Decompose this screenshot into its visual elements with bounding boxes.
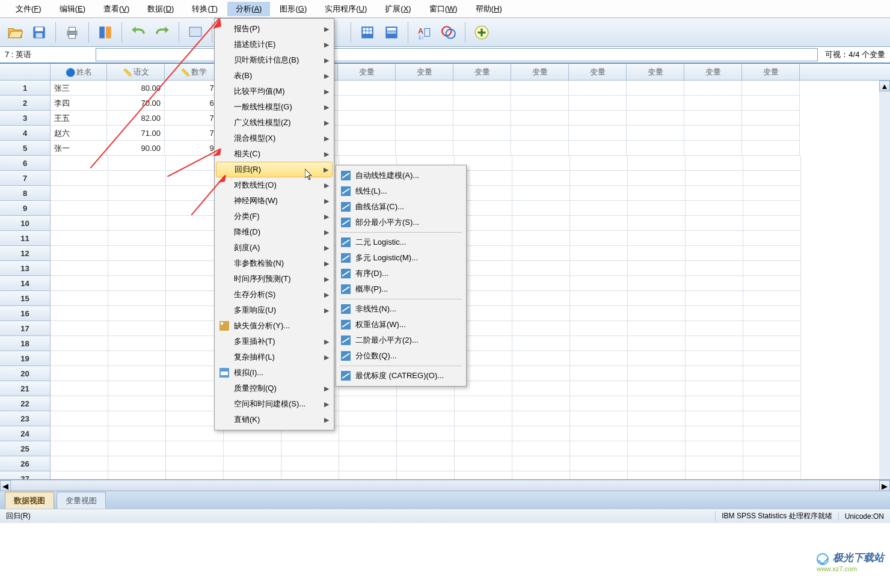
cell[interactable]	[397, 396, 455, 411]
cell[interactable]	[627, 111, 684, 126]
table-row[interactable]: 25	[0, 441, 890, 456]
row-header[interactable]: 23	[0, 411, 51, 426]
cell[interactable]	[743, 381, 801, 396]
cell[interactable]	[51, 396, 108, 411]
cell[interactable]	[512, 456, 570, 471]
cell[interactable]	[684, 81, 742, 96]
cell[interactable]	[570, 471, 628, 480]
cell[interactable]	[51, 336, 108, 351]
cell[interactable]	[455, 456, 512, 471]
cell[interactable]	[51, 366, 108, 381]
cell[interactable]	[628, 201, 686, 216]
menu-item[interactable]: 对数线性(O)▶	[216, 177, 333, 193]
cell[interactable]	[686, 246, 743, 261]
menu-item[interactable]: 二元 Logistic...	[337, 234, 465, 250]
cell[interactable]	[338, 141, 396, 156]
cell[interactable]: 王五	[51, 111, 107, 126]
cell[interactable]	[743, 366, 801, 381]
cell[interactable]	[628, 231, 686, 246]
cell[interactable]	[512, 306, 570, 321]
cell[interactable]	[51, 411, 108, 426]
cell[interactable]	[628, 456, 686, 471]
cell[interactable]	[339, 426, 397, 441]
cell[interactable]	[686, 396, 743, 411]
cell[interactable]	[108, 156, 166, 171]
cell[interactable]	[51, 306, 108, 321]
cell[interactable]	[742, 81, 800, 96]
tab-variable-view[interactable]: 变量视图	[57, 492, 106, 509]
menu-item[interactable]: 二阶最小平方(2)...	[337, 332, 465, 348]
scroll-right-icon[interactable]: ▶	[879, 480, 890, 491]
cell[interactable]	[108, 306, 166, 321]
row-header[interactable]: 8	[0, 186, 51, 201]
cell[interactable]	[396, 141, 453, 156]
cell[interactable]	[51, 246, 108, 261]
cell[interactable]	[569, 141, 627, 156]
row-header[interactable]: 4	[0, 126, 51, 141]
cell[interactable]	[397, 471, 455, 480]
cell[interactable]	[684, 141, 742, 156]
cell[interactable]	[108, 171, 166, 186]
cell[interactable]	[453, 81, 511, 96]
cell[interactable]	[108, 396, 166, 411]
menu-item[interactable]: 贝叶斯统计信息(B)▶	[216, 52, 333, 68]
menu-item[interactable]: 直销(K)▶	[216, 412, 333, 427]
cell[interactable]	[512, 321, 570, 336]
recall-button[interactable]	[95, 22, 115, 43]
cell[interactable]	[511, 111, 569, 126]
cell[interactable]	[686, 261, 743, 276]
cell[interactable]	[743, 351, 801, 366]
redo-button[interactable]	[152, 22, 173, 43]
cell[interactable]	[570, 306, 628, 321]
cell[interactable]	[628, 186, 686, 201]
menu-item[interactable]: 分类(F)▶	[216, 209, 333, 224]
insert-cases-button[interactable]	[357, 22, 378, 43]
cell[interactable]	[743, 336, 801, 351]
cell[interactable]	[166, 456, 224, 471]
table-row[interactable]: 22	[0, 396, 890, 411]
cell[interactable]	[742, 96, 800, 111]
cell[interactable]	[570, 231, 628, 246]
menu-item[interactable]: 分析(A)	[227, 2, 270, 16]
cell[interactable]: 82.00	[107, 111, 165, 126]
table-row[interactable]: 1张三80.0070	[0, 81, 890, 96]
cell[interactable]	[339, 396, 397, 411]
cell[interactable]	[686, 201, 743, 216]
cell[interactable]	[570, 246, 628, 261]
row-header[interactable]: 26	[0, 456, 51, 471]
menu-item[interactable]: 部分最小平方(S)...	[337, 215, 465, 230]
cell[interactable]	[627, 96, 684, 111]
cell[interactable]	[108, 246, 166, 261]
cell[interactable]	[51, 186, 108, 201]
menu-item[interactable]: 一般线性模型(G)▶	[216, 99, 333, 115]
tab-data-view[interactable]: 数据视图	[5, 492, 54, 509]
cell[interactable]	[397, 411, 455, 426]
cell[interactable]	[281, 441, 339, 456]
horizontal-scrollbar[interactable]: ◀ ▶	[0, 480, 890, 491]
cell[interactable]	[628, 366, 686, 381]
cell[interactable]	[743, 186, 801, 201]
cell[interactable]	[512, 186, 570, 201]
cell[interactable]	[455, 411, 512, 426]
column-header[interactable]: 变量	[453, 64, 511, 80]
column-header[interactable]: 变量	[396, 64, 453, 80]
cell[interactable]: 80.00	[107, 81, 165, 96]
cell[interactable]	[455, 441, 512, 456]
cell[interactable]	[684, 96, 742, 111]
menu-item[interactable]: 最优标度 (CATREG)(O)...	[337, 368, 465, 384]
menu-item[interactable]: 缺失值分析(Y)...	[216, 318, 333, 334]
cell[interactable]	[51, 261, 108, 276]
row-header[interactable]: 16	[0, 306, 51, 321]
cell[interactable]	[570, 426, 628, 441]
column-header[interactable]: 变量	[338, 64, 396, 80]
cell[interactable]	[511, 96, 569, 111]
cell[interactable]	[51, 426, 108, 441]
cell[interactable]	[224, 471, 281, 480]
cell[interactable]	[628, 426, 686, 441]
cell[interactable]	[570, 201, 628, 216]
cell[interactable]	[743, 291, 801, 306]
cell[interactable]	[108, 411, 166, 426]
cell[interactable]	[396, 111, 453, 126]
print-button[interactable]	[62, 22, 82, 43]
cell[interactable]	[743, 321, 801, 336]
